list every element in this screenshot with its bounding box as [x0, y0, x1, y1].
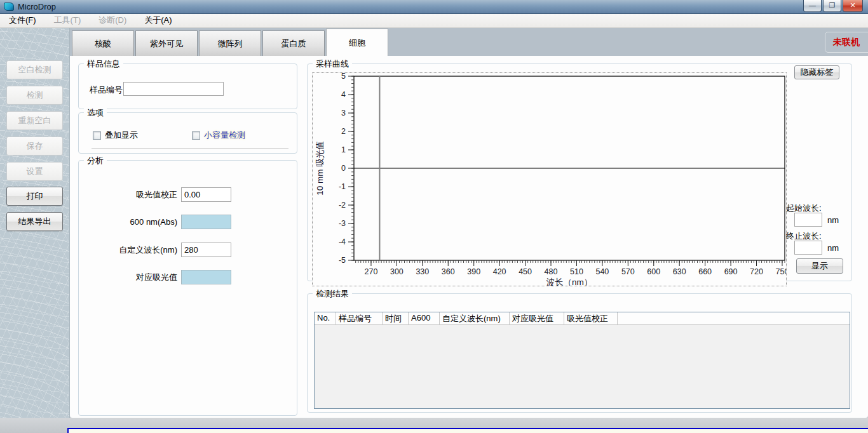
- analysis-input-2[interactable]: [181, 243, 231, 257]
- svg-text:750: 750: [776, 267, 786, 276]
- checkbox-row-0[interactable]: 叠加显示: [93, 130, 138, 141]
- spectrum-chart-svg: 2703003303603904204504805105405706006306…: [313, 73, 786, 286]
- sidebar-button-0: 空白检测: [6, 60, 63, 79]
- menu-bar: 文件(F)工具(T)诊断(D)关于(A): [0, 14, 868, 28]
- end-unit-label: nm: [827, 243, 839, 253]
- tab-0[interactable]: 核酸: [72, 30, 134, 56]
- analysis-label-2: 自定义波长(nm): [79, 243, 177, 257]
- results-column-2[interactable]: 时间: [383, 312, 409, 324]
- analysis-readonly-1: [181, 215, 231, 229]
- sidebar-button-2: 重新空白: [6, 111, 63, 130]
- results-table-body: [315, 325, 850, 409]
- svg-text:-1: -1: [339, 182, 346, 191]
- results-table-header: No.样品编号时间A600自定义波长(nm)对应吸光值吸光值校正: [315, 312, 850, 325]
- results-column-1[interactable]: 样品编号: [336, 312, 383, 324]
- sidebar-button-6[interactable]: 结果导出: [6, 212, 63, 231]
- tab-2[interactable]: 微阵列: [199, 30, 261, 56]
- sidebar-button-3: 保存: [6, 137, 63, 156]
- connection-box: 未联机 连接: [825, 32, 868, 53]
- analysis-group: 分析 吸光值校正600 nm(Abs)自定义波长(nm)对应吸光值: [78, 160, 297, 416]
- sample-info-group: 样品信息 样品编号: [78, 63, 297, 109]
- results-column-6[interactable]: 吸光值校正: [564, 312, 618, 324]
- menu-item-2: 诊断(D): [90, 13, 135, 28]
- connection-status: 未联机: [833, 37, 860, 48]
- svg-text:540: 540: [595, 267, 609, 276]
- analysis-label-3: 对应吸光值: [79, 270, 177, 284]
- menu-item-3[interactable]: 关于(A): [135, 13, 180, 28]
- tab-page: 样品信息 样品编号 选项 叠加显示小容量检测 分析 吸光值校正600 nm(Ab…: [70, 56, 868, 418]
- results-column-3[interactable]: A600: [409, 312, 440, 324]
- spectrum-chart: 2703003303603904204504805105405706006306…: [312, 72, 787, 286]
- options-divider: [92, 148, 288, 149]
- curve-legend: 采样曲线: [313, 58, 352, 70]
- analysis-input-0[interactable]: [181, 187, 231, 202]
- close-button[interactable]: ✕: [843, 0, 863, 12]
- status-bar: [67, 428, 868, 433]
- svg-text:3: 3: [341, 109, 346, 117]
- start-wavelength-input[interactable]: [794, 213, 822, 227]
- menu-item-1: 工具(T): [45, 13, 90, 28]
- end-wavelength-input[interactable]: [794, 241, 822, 255]
- svg-text:390: 390: [467, 267, 480, 276]
- results-group: 检测结果 No.样品编号时间A600自定义波长(nm)对应吸光值吸光值校正: [307, 293, 852, 413]
- analysis-label-0: 吸光值校正: [79, 187, 177, 202]
- svg-text:270: 270: [365, 267, 378, 276]
- results-column-5[interactable]: 对应吸光值: [510, 312, 564, 324]
- results-table[interactable]: No.样品编号时间A600自定义波长(nm)对应吸光值吸光值校正: [314, 312, 850, 409]
- svg-text:660: 660: [698, 267, 712, 276]
- sidebar-button-5[interactable]: 打印: [6, 187, 63, 206]
- svg-text:630: 630: [673, 267, 686, 276]
- sample-id-input[interactable]: [123, 82, 224, 96]
- svg-text:4: 4: [341, 90, 346, 99]
- start-unit-label: nm: [827, 215, 839, 225]
- restore-button[interactable]: ❐: [823, 0, 841, 12]
- checkbox-label-0: 叠加显示: [105, 130, 138, 141]
- tab-4[interactable]: 细胞: [326, 29, 388, 56]
- svg-text:-3: -3: [339, 219, 346, 228]
- svg-text:360: 360: [442, 267, 455, 276]
- svg-text:-2: -2: [339, 201, 346, 210]
- svg-text:690: 690: [724, 267, 738, 276]
- results-column-4[interactable]: 自定义波长(nm): [440, 312, 510, 324]
- checkbox-row-1[interactable]: 小容量检测: [192, 130, 245, 141]
- sidebar-button-4: 设置: [6, 162, 63, 181]
- analysis-label-1: 600 nm(Abs): [79, 215, 177, 229]
- show-button[interactable]: 显示: [796, 258, 843, 274]
- tab-1[interactable]: 紫外可见: [135, 30, 198, 56]
- window-title: MicroDrop: [18, 2, 56, 11]
- svg-text:720: 720: [750, 267, 763, 276]
- svg-text:1: 1: [341, 145, 346, 154]
- curve-group: 采样曲线 27030033036039042045048051054057060…: [307, 63, 852, 281]
- menu-item-0[interactable]: 文件(F): [0, 13, 45, 28]
- checkbox-icon[interactable]: [192, 131, 200, 140]
- title-bar: MicroDrop — ❐ ✕: [0, 0, 868, 14]
- checkbox-icon[interactable]: [93, 131, 101, 140]
- checkbox-label-1: 小容量检测: [204, 130, 245, 141]
- svg-text:2: 2: [341, 127, 346, 136]
- tab-bar: 未联机 连接 核酸紫外可见微阵列蛋白质细胞: [70, 28, 868, 56]
- svg-text:0: 0: [341, 164, 346, 173]
- svg-text:330: 330: [416, 267, 429, 276]
- sidebar: 空白检测检测重新空白保存设置打印结果导出: [0, 28, 70, 418]
- minimize-button[interactable]: —: [803, 0, 822, 12]
- svg-text:5: 5: [341, 73, 346, 81]
- sidebar-button-1: 检测: [6, 86, 63, 105]
- options-group: 选项 叠加显示小容量检测: [78, 112, 297, 154]
- results-legend: 检测结果: [313, 288, 352, 300]
- svg-text:420: 420: [493, 267, 506, 276]
- app-logo-icon: [4, 3, 14, 11]
- svg-text:300: 300: [390, 267, 403, 276]
- svg-text:-5: -5: [339, 256, 346, 265]
- svg-text:480: 480: [545, 267, 558, 276]
- results-column-0[interactable]: No.: [315, 312, 336, 324]
- svg-text:450: 450: [519, 267, 532, 276]
- hide-labels-button[interactable]: 隐藏标签: [794, 65, 839, 79]
- svg-text:-4: -4: [339, 237, 346, 246]
- sample-id-label: 样品编号: [90, 84, 123, 96]
- svg-text:600: 600: [647, 267, 660, 276]
- svg-text:波长（nm）: 波长（nm）: [546, 277, 593, 286]
- svg-text:570: 570: [621, 267, 635, 276]
- analysis-readonly-3: [181, 270, 231, 284]
- sample-info-legend: 样品信息: [84, 58, 123, 70]
- tab-3[interactable]: 蛋白质: [262, 30, 325, 56]
